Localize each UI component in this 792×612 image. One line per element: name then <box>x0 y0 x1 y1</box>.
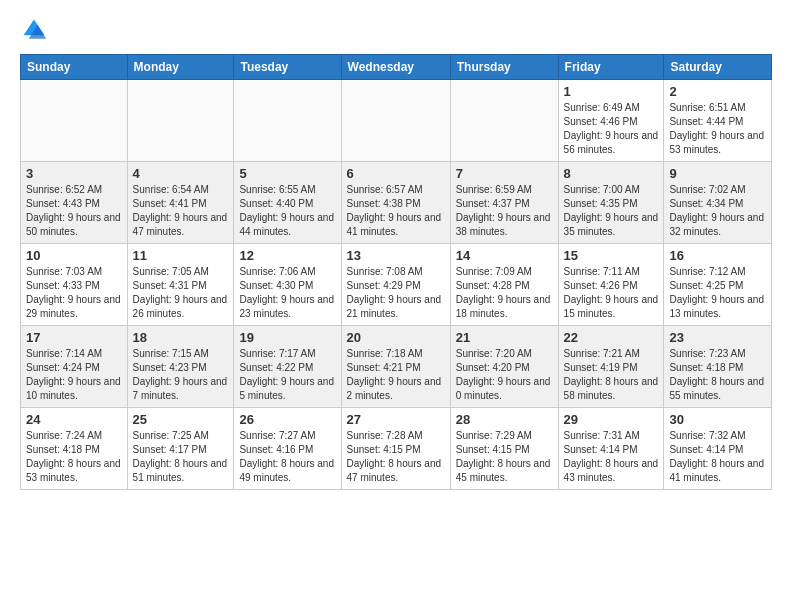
day-number: 19 <box>239 330 335 345</box>
day-number: 24 <box>26 412 122 427</box>
day-info: Sunrise: 6:52 AM Sunset: 4:43 PM Dayligh… <box>26 183 122 239</box>
day-info: Sunrise: 6:57 AM Sunset: 4:38 PM Dayligh… <box>347 183 445 239</box>
calendar-cell: 29Sunrise: 7:31 AM Sunset: 4:14 PM Dayli… <box>558 408 664 490</box>
day-number: 5 <box>239 166 335 181</box>
calendar-cell: 13Sunrise: 7:08 AM Sunset: 4:29 PM Dayli… <box>341 244 450 326</box>
day-number: 2 <box>669 84 766 99</box>
day-number: 27 <box>347 412 445 427</box>
day-info: Sunrise: 7:06 AM Sunset: 4:30 PM Dayligh… <box>239 265 335 321</box>
calendar-cell: 5Sunrise: 6:55 AM Sunset: 4:40 PM Daylig… <box>234 162 341 244</box>
day-info: Sunrise: 7:15 AM Sunset: 4:23 PM Dayligh… <box>133 347 229 403</box>
day-info: Sunrise: 7:28 AM Sunset: 4:15 PM Dayligh… <box>347 429 445 485</box>
day-info: Sunrise: 6:51 AM Sunset: 4:44 PM Dayligh… <box>669 101 766 157</box>
calendar-cell: 25Sunrise: 7:25 AM Sunset: 4:17 PM Dayli… <box>127 408 234 490</box>
calendar-week-5: 24Sunrise: 7:24 AM Sunset: 4:18 PM Dayli… <box>21 408 772 490</box>
day-info: Sunrise: 6:49 AM Sunset: 4:46 PM Dayligh… <box>564 101 659 157</box>
day-number: 26 <box>239 412 335 427</box>
calendar-cell: 16Sunrise: 7:12 AM Sunset: 4:25 PM Dayli… <box>664 244 772 326</box>
calendar-cell: 11Sunrise: 7:05 AM Sunset: 4:31 PM Dayli… <box>127 244 234 326</box>
calendar-week-2: 3Sunrise: 6:52 AM Sunset: 4:43 PM Daylig… <box>21 162 772 244</box>
calendar-cell: 2Sunrise: 6:51 AM Sunset: 4:44 PM Daylig… <box>664 80 772 162</box>
calendar-cell: 14Sunrise: 7:09 AM Sunset: 4:28 PM Dayli… <box>450 244 558 326</box>
day-number: 28 <box>456 412 553 427</box>
calendar-cell: 17Sunrise: 7:14 AM Sunset: 4:24 PM Dayli… <box>21 326 128 408</box>
calendar-header-row: SundayMondayTuesdayWednesdayThursdayFrid… <box>21 55 772 80</box>
day-number: 12 <box>239 248 335 263</box>
logo <box>20 16 52 44</box>
day-info: Sunrise: 7:08 AM Sunset: 4:29 PM Dayligh… <box>347 265 445 321</box>
day-number: 8 <box>564 166 659 181</box>
day-info: Sunrise: 7:05 AM Sunset: 4:31 PM Dayligh… <box>133 265 229 321</box>
day-number: 1 <box>564 84 659 99</box>
weekday-header-sunday: Sunday <box>21 55 128 80</box>
calendar-cell: 26Sunrise: 7:27 AM Sunset: 4:16 PM Dayli… <box>234 408 341 490</box>
day-number: 30 <box>669 412 766 427</box>
day-number: 13 <box>347 248 445 263</box>
day-number: 23 <box>669 330 766 345</box>
calendar-week-1: 1Sunrise: 6:49 AM Sunset: 4:46 PM Daylig… <box>21 80 772 162</box>
day-number: 6 <box>347 166 445 181</box>
calendar-cell: 23Sunrise: 7:23 AM Sunset: 4:18 PM Dayli… <box>664 326 772 408</box>
calendar-cell: 30Sunrise: 7:32 AM Sunset: 4:14 PM Dayli… <box>664 408 772 490</box>
day-info: Sunrise: 7:32 AM Sunset: 4:14 PM Dayligh… <box>669 429 766 485</box>
calendar-cell: 6Sunrise: 6:57 AM Sunset: 4:38 PM Daylig… <box>341 162 450 244</box>
calendar-cell: 15Sunrise: 7:11 AM Sunset: 4:26 PM Dayli… <box>558 244 664 326</box>
calendar-cell: 9Sunrise: 7:02 AM Sunset: 4:34 PM Daylig… <box>664 162 772 244</box>
weekday-header-friday: Friday <box>558 55 664 80</box>
day-info: Sunrise: 6:54 AM Sunset: 4:41 PM Dayligh… <box>133 183 229 239</box>
day-number: 22 <box>564 330 659 345</box>
day-info: Sunrise: 7:31 AM Sunset: 4:14 PM Dayligh… <box>564 429 659 485</box>
day-number: 11 <box>133 248 229 263</box>
calendar-table: SundayMondayTuesdayWednesdayThursdayFrid… <box>20 54 772 490</box>
day-info: Sunrise: 7:27 AM Sunset: 4:16 PM Dayligh… <box>239 429 335 485</box>
day-number: 21 <box>456 330 553 345</box>
day-number: 25 <box>133 412 229 427</box>
day-number: 10 <box>26 248 122 263</box>
day-info: Sunrise: 7:18 AM Sunset: 4:21 PM Dayligh… <box>347 347 445 403</box>
calendar-cell: 3Sunrise: 6:52 AM Sunset: 4:43 PM Daylig… <box>21 162 128 244</box>
day-info: Sunrise: 7:24 AM Sunset: 4:18 PM Dayligh… <box>26 429 122 485</box>
calendar-cell: 28Sunrise: 7:29 AM Sunset: 4:15 PM Dayli… <box>450 408 558 490</box>
calendar-cell: 1Sunrise: 6:49 AM Sunset: 4:46 PM Daylig… <box>558 80 664 162</box>
calendar-cell: 24Sunrise: 7:24 AM Sunset: 4:18 PM Dayli… <box>21 408 128 490</box>
calendar-cell <box>21 80 128 162</box>
day-number: 14 <box>456 248 553 263</box>
day-number: 16 <box>669 248 766 263</box>
calendar-cell: 27Sunrise: 7:28 AM Sunset: 4:15 PM Dayli… <box>341 408 450 490</box>
day-info: Sunrise: 7:11 AM Sunset: 4:26 PM Dayligh… <box>564 265 659 321</box>
calendar-cell: 12Sunrise: 7:06 AM Sunset: 4:30 PM Dayli… <box>234 244 341 326</box>
day-info: Sunrise: 7:12 AM Sunset: 4:25 PM Dayligh… <box>669 265 766 321</box>
calendar-cell: 21Sunrise: 7:20 AM Sunset: 4:20 PM Dayli… <box>450 326 558 408</box>
page: SundayMondayTuesdayWednesdayThursdayFrid… <box>0 0 792 506</box>
weekday-header-monday: Monday <box>127 55 234 80</box>
day-number: 18 <box>133 330 229 345</box>
day-number: 20 <box>347 330 445 345</box>
day-number: 29 <box>564 412 659 427</box>
calendar-cell: 7Sunrise: 6:59 AM Sunset: 4:37 PM Daylig… <box>450 162 558 244</box>
day-number: 3 <box>26 166 122 181</box>
day-info: Sunrise: 7:02 AM Sunset: 4:34 PM Dayligh… <box>669 183 766 239</box>
calendar-cell: 8Sunrise: 7:00 AM Sunset: 4:35 PM Daylig… <box>558 162 664 244</box>
calendar-cell: 18Sunrise: 7:15 AM Sunset: 4:23 PM Dayli… <box>127 326 234 408</box>
weekday-header-tuesday: Tuesday <box>234 55 341 80</box>
day-info: Sunrise: 7:00 AM Sunset: 4:35 PM Dayligh… <box>564 183 659 239</box>
weekday-header-saturday: Saturday <box>664 55 772 80</box>
day-info: Sunrise: 7:23 AM Sunset: 4:18 PM Dayligh… <box>669 347 766 403</box>
day-info: Sunrise: 7:17 AM Sunset: 4:22 PM Dayligh… <box>239 347 335 403</box>
calendar-cell <box>127 80 234 162</box>
calendar-cell <box>450 80 558 162</box>
calendar-cell: 10Sunrise: 7:03 AM Sunset: 4:33 PM Dayli… <box>21 244 128 326</box>
day-number: 9 <box>669 166 766 181</box>
calendar-cell: 22Sunrise: 7:21 AM Sunset: 4:19 PM Dayli… <box>558 326 664 408</box>
day-info: Sunrise: 7:09 AM Sunset: 4:28 PM Dayligh… <box>456 265 553 321</box>
calendar-cell: 20Sunrise: 7:18 AM Sunset: 4:21 PM Dayli… <box>341 326 450 408</box>
weekday-header-thursday: Thursday <box>450 55 558 80</box>
day-number: 15 <box>564 248 659 263</box>
day-number: 7 <box>456 166 553 181</box>
calendar-cell <box>234 80 341 162</box>
day-number: 4 <box>133 166 229 181</box>
calendar-cell: 4Sunrise: 6:54 AM Sunset: 4:41 PM Daylig… <box>127 162 234 244</box>
day-info: Sunrise: 6:59 AM Sunset: 4:37 PM Dayligh… <box>456 183 553 239</box>
day-info: Sunrise: 7:14 AM Sunset: 4:24 PM Dayligh… <box>26 347 122 403</box>
day-number: 17 <box>26 330 122 345</box>
